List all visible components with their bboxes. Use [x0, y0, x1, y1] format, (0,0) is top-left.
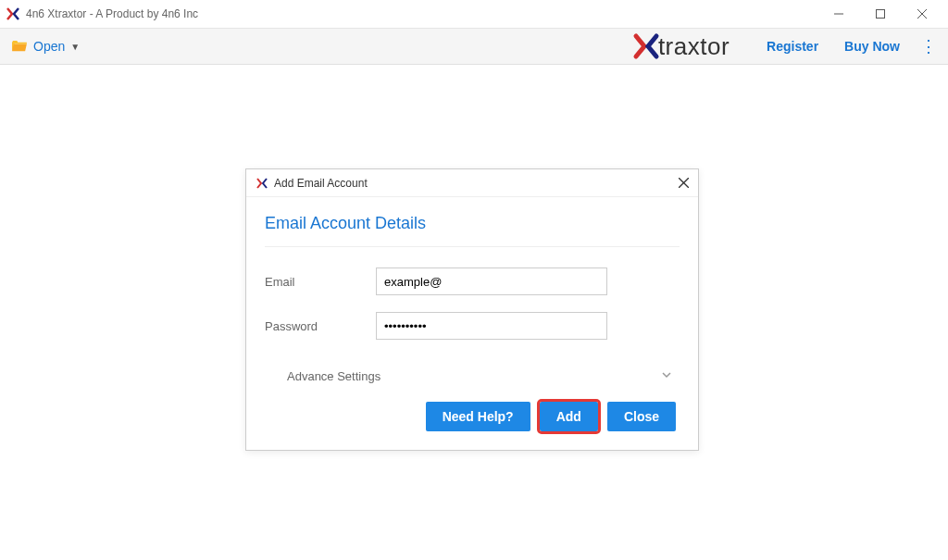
email-input[interactable] [376, 268, 607, 295]
chevron-down-icon: ▼ [70, 42, 80, 52]
dialog-close-icon[interactable] [679, 176, 689, 191]
chevron-down-icon [661, 369, 672, 383]
dialog-title-text: Add Email Account [274, 177, 679, 190]
password-label: Password [265, 319, 376, 333]
window-title: 4n6 Xtraxtor - A Product by 4n6 Inc [26, 7, 817, 20]
brand-logo: traxtor [632, 32, 730, 61]
brand-text: traxtor [658, 32, 730, 61]
password-input[interactable] [376, 312, 607, 340]
close-window-button[interactable] [901, 0, 942, 28]
email-row: Email [265, 268, 680, 295]
dialog-app-icon [256, 177, 268, 190]
more-icon[interactable]: ⋮ [920, 36, 937, 56]
need-help-button[interactable]: Need Help? [426, 402, 530, 431]
app-icon [6, 6, 20, 21]
buy-now-link[interactable]: Buy Now [844, 39, 900, 54]
close-button[interactable]: Close [607, 402, 676, 431]
window-controls [817, 0, 942, 28]
toolbar: Open ▼ traxtor Register Buy Now ⋮ [0, 28, 948, 65]
add-button[interactable]: Add [540, 402, 598, 431]
dialog-titlebar: Add Email Account [246, 169, 698, 197]
folder-icon [11, 40, 28, 53]
advance-settings-label: Advance Settings [287, 369, 380, 383]
open-button[interactable]: Open ▼ [11, 39, 80, 54]
dialog-heading: Email Account Details [265, 214, 680, 247]
minimize-button[interactable] [817, 0, 859, 28]
password-row: Password [265, 312, 680, 340]
dialog-body: Email Account Details Email Password Adv… [246, 197, 698, 450]
register-link[interactable]: Register [767, 39, 818, 54]
maximize-button[interactable] [859, 0, 901, 28]
add-email-account-dialog: Add Email Account Email Account Details … [245, 168, 699, 451]
open-label: Open [33, 39, 65, 54]
svg-rect-1 [876, 10, 884, 19]
dialog-footer: Need Help? Add Close [265, 402, 680, 431]
advance-settings-toggle[interactable]: Advance Settings [265, 356, 680, 396]
email-label: Email [265, 275, 376, 289]
titlebar: 4n6 Xtraxtor - A Product by 4n6 Inc [0, 0, 948, 28]
